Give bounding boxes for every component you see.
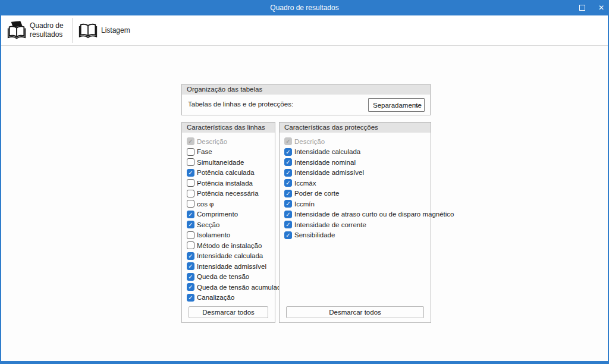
checkbox-row[interactable]: ✓Canalização bbox=[187, 293, 275, 303]
books-stack-icon bbox=[7, 20, 27, 40]
checkbox-label: Fase bbox=[197, 148, 212, 155]
checkbox-checked-icon: ✓ bbox=[187, 137, 194, 145]
checkbox-checked-icon[interactable]: ✓ bbox=[187, 273, 194, 281]
checkbox-label: Canalização bbox=[197, 294, 234, 301]
checkbox-unchecked-icon[interactable] bbox=[187, 179, 194, 187]
checkbox-row[interactable]: ✓Iccmáx bbox=[284, 178, 431, 189]
checkbox-label: Queda de tensão bbox=[197, 273, 249, 280]
checkbox-row[interactable]: ✓Intensidade de atraso curto ou de dispa… bbox=[284, 209, 431, 220]
group-title: Características das protecções bbox=[280, 123, 431, 133]
checkbox-row[interactable]: ✓Comprimento bbox=[187, 209, 275, 220]
checkbox-row[interactable]: Isolamento bbox=[187, 230, 275, 241]
checkbox-checked-icon[interactable]: ✓ bbox=[284, 231, 292, 239]
checkbox-checked-icon[interactable]: ✓ bbox=[284, 211, 292, 218]
checkbox-checked-icon[interactable]: ✓ bbox=[187, 252, 194, 260]
lines-checkbox-list: ✓DescriçãoFaseSimultaneidade✓Potência ca… bbox=[182, 133, 275, 303]
checkbox-row[interactable]: ✓Secção bbox=[187, 219, 275, 230]
checkbox-row[interactable]: ✓Iccmín bbox=[284, 199, 431, 209]
checkbox-label: Intensidade calculada bbox=[294, 148, 360, 155]
checkbox-label: cos φ bbox=[197, 200, 214, 208]
checkbox-checked-icon[interactable]: ✓ bbox=[284, 158, 292, 166]
window-title: Quadro de resultados bbox=[270, 4, 338, 12]
checkbox-label: Intensidade admissível bbox=[197, 263, 266, 270]
lines-characteristics-group: Características das linhas ✓DescriçãoFas… bbox=[181, 122, 275, 323]
checkbox-row[interactable]: Potência instalada bbox=[187, 178, 275, 189]
checkbox-label: Poder de corte bbox=[294, 190, 339, 197]
checkbox-row[interactable]: ✓Poder de corte bbox=[284, 189, 431, 199]
uncheck-all-protections-button[interactable]: Desmarcar todos bbox=[286, 306, 424, 318]
toolbar-button-label: Listagem bbox=[101, 26, 130, 35]
checkbox-checked-icon[interactable]: ✓ bbox=[284, 200, 292, 208]
checkbox-row[interactable]: Simultaneidade bbox=[187, 157, 275, 168]
checkbox-checked-icon[interactable]: ✓ bbox=[187, 211, 194, 218]
tables-mode-dropdown[interactable]: Separadamente bbox=[368, 98, 425, 112]
checkbox-row: ✓Descrição bbox=[284, 136, 431, 147]
checkbox-unchecked-icon[interactable] bbox=[187, 241, 194, 249]
checkbox-checked-icon[interactable]: ✓ bbox=[284, 169, 292, 177]
checkbox-label: Intensidade de atraso curto ou de dispar… bbox=[294, 211, 454, 218]
checkbox-row[interactable]: ✓Intensidade nominal bbox=[284, 157, 431, 168]
checkbox-row[interactable]: ✓Intensidade calculada bbox=[187, 251, 275, 262]
toolbar-button-label: Quadro de resultados bbox=[30, 21, 67, 39]
checkbox-row[interactable]: ✓Sensibilidade bbox=[284, 230, 431, 241]
checkbox-row[interactable]: Método de instalação bbox=[187, 240, 275, 251]
checkbox-checked-icon[interactable]: ✓ bbox=[187, 221, 194, 228]
checkbox-checked-icon[interactable]: ✓ bbox=[187, 294, 194, 302]
checkbox-checked-icon[interactable]: ✓ bbox=[187, 283, 194, 291]
checkbox-row[interactable]: ✓Intensidade admissível bbox=[284, 168, 431, 178]
checkbox-label: Queda de tensão acumulada bbox=[197, 284, 285, 291]
checkbox-label: Intensidade calculada bbox=[197, 252, 263, 259]
protections-checkbox-list: ✓Descrição✓Intensidade calculada✓Intensi… bbox=[280, 133, 431, 240]
checkbox-unchecked-icon[interactable] bbox=[187, 231, 194, 239]
checkbox-unchecked-icon[interactable] bbox=[187, 158, 194, 166]
checkbox-label: Iccmín bbox=[294, 200, 315, 208]
maximize-icon[interactable] bbox=[579, 5, 585, 11]
checkbox-checked-icon[interactable]: ✓ bbox=[284, 190, 292, 197]
checkbox-label: Potência necessária bbox=[197, 190, 259, 197]
checkbox-checked-icon[interactable]: ✓ bbox=[284, 148, 292, 156]
checkbox-unchecked-icon[interactable] bbox=[187, 190, 194, 197]
checkbox-label: Método de instalação bbox=[197, 242, 262, 249]
checkbox-row[interactable]: cos φ bbox=[187, 199, 275, 209]
toolbar-button-listagem[interactable]: Listagem bbox=[73, 15, 136, 45]
checkbox-label: Potência instalada bbox=[197, 180, 253, 187]
checkbox-unchecked-icon[interactable] bbox=[187, 200, 194, 208]
checkbox-row[interactable]: ✓Queda de tensão bbox=[187, 272, 275, 283]
checkbox-label: Secção bbox=[197, 221, 219, 228]
checkbox-label: Intensidade nominal bbox=[294, 159, 356, 166]
dialog-window: Quadro de resultados ✕ Quadro de resulta… bbox=[0, 0, 609, 364]
checkbox-row[interactable]: Potência necessária bbox=[187, 189, 275, 199]
group-title: Características das linhas bbox=[182, 123, 275, 133]
toolbar-button-quadro-de-resultados[interactable]: Quadro de resultados bbox=[1, 15, 72, 45]
checkbox-checked-icon[interactable]: ✓ bbox=[284, 221, 292, 228]
checkbox-label: Descrição bbox=[197, 138, 227, 145]
group-title: Organização das tabelas bbox=[182, 84, 430, 95]
titlebar[interactable]: Quadro de resultados ✕ bbox=[0, 0, 609, 15]
checkbox-label: Comprimento bbox=[197, 211, 238, 218]
checkbox-label: Sensibilidade bbox=[294, 231, 335, 239]
organization-group: Organização das tabelas Tabelas de linha… bbox=[181, 84, 431, 115]
dropdown-selected-value: Separadamente bbox=[373, 102, 422, 109]
checkbox-label: Intensidade admissível bbox=[294, 169, 364, 176]
checkbox-checked-icon[interactable]: ✓ bbox=[187, 169, 194, 177]
checkbox-checked-icon: ✓ bbox=[284, 137, 292, 145]
checkbox-row: ✓Descrição bbox=[187, 136, 275, 147]
uncheck-all-lines-button[interactable]: Desmarcar todos bbox=[189, 306, 268, 318]
checkbox-row[interactable]: ✓Queda de tensão acumulada bbox=[187, 282, 275, 293]
checkbox-row[interactable]: ✓Potência calculada bbox=[187, 168, 275, 178]
checkbox-row[interactable]: ✓Intensidade calculada bbox=[284, 147, 431, 158]
checkbox-row[interactable]: Fase bbox=[187, 147, 275, 158]
checkbox-label: Isolamento bbox=[197, 231, 230, 239]
checkbox-checked-icon[interactable]: ✓ bbox=[284, 179, 292, 187]
checkbox-label: Potência calculada bbox=[197, 169, 255, 176]
toolbar: Quadro de resultados Listagem bbox=[1, 15, 608, 46]
checkbox-row[interactable]: ✓Intensidade de corrente bbox=[284, 219, 431, 230]
checkbox-unchecked-icon[interactable] bbox=[187, 148, 194, 156]
protections-characteristics-group: Características das protecções ✓Descriçã… bbox=[279, 122, 431, 323]
checkbox-label: Descrição bbox=[294, 138, 325, 145]
checkbox-checked-icon[interactable]: ✓ bbox=[187, 262, 194, 270]
checkbox-row[interactable]: ✓Intensidade admissível bbox=[187, 261, 275, 272]
checkbox-label: Intensidade de corrente bbox=[294, 221, 366, 228]
close-icon[interactable]: ✕ bbox=[598, 0, 604, 15]
tables-mode-label: Tabelas de linhas e de protecções: bbox=[188, 101, 293, 108]
